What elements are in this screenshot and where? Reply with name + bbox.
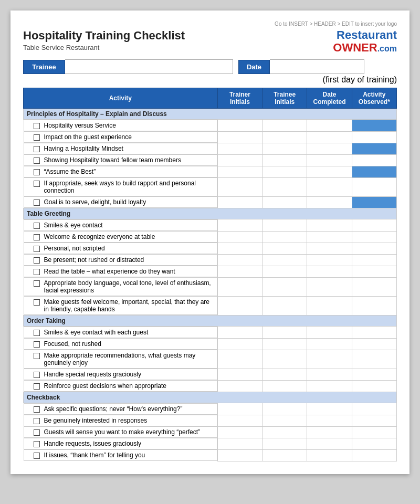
activity-observed-cell <box>352 131 396 143</box>
trainer-initials-cell <box>217 266 262 277</box>
section-row: Order Taking <box>24 316 397 327</box>
trainee-initials-cell <box>262 154 307 166</box>
checkbox[interactable] <box>34 200 40 206</box>
trainer-initials-cell <box>217 296 262 316</box>
activity-cell: If appropriate, seek ways to build rappo… <box>24 177 217 196</box>
activity-text: Be present; not rushed or distracted <box>44 256 144 264</box>
table-row: Make guests feel welcome, important, spe… <box>24 296 397 316</box>
trainer-initials-cell <box>217 438 262 449</box>
table-row: Smiles & eye contact with each guest <box>24 327 397 339</box>
table-row: Impact on the guest experience <box>24 131 397 143</box>
activity-text: Handle special requests graciously <box>44 371 141 378</box>
trainee-initials-cell <box>262 131 307 143</box>
trainee-initials-cell <box>262 403 307 415</box>
table-row: Personal, not scripted <box>24 243 397 254</box>
checkbox[interactable] <box>34 383 40 390</box>
date-completed-cell <box>307 338 352 350</box>
activity-observed-cell <box>352 403 396 415</box>
trainee-initials-cell <box>262 143 307 154</box>
trainee-initials-cell <box>262 380 307 392</box>
activity-observed-cell <box>352 196 396 208</box>
activity-text: Smiles & eye contact with each guest <box>44 329 149 336</box>
activity-observed-cell <box>352 380 396 392</box>
logo-com-text: .com <box>377 44 397 53</box>
checkbox[interactable] <box>34 158 40 164</box>
trainer-initials-cell <box>217 415 262 426</box>
checkbox[interactable] <box>34 269 40 275</box>
checkbox[interactable] <box>34 330 40 336</box>
checkbox[interactable] <box>34 223 40 229</box>
activity-observed-cell <box>352 369 396 380</box>
date-completed-cell <box>307 231 352 243</box>
table-row: Focused, not rushed <box>24 338 397 350</box>
trainer-initials-cell <box>217 219 262 232</box>
trainer-initials-cell <box>217 449 262 461</box>
activity-cell: Make guests feel welcome, important, spe… <box>24 296 217 315</box>
trainee-initials-cell <box>262 327 307 339</box>
checkbox[interactable] <box>34 134 40 141</box>
table-row: Be present; not rushed or distracted <box>24 254 397 266</box>
trainee-initials-cell <box>262 231 307 243</box>
date-completed-cell <box>307 350 352 369</box>
table-row: Welcome & recognize everyone at table <box>24 231 397 243</box>
date-completed-cell <box>307 369 352 380</box>
checkbox[interactable] <box>34 341 40 348</box>
checkbox[interactable] <box>34 280 40 287</box>
date-completed-cell <box>307 131 352 143</box>
activity-cell: Appropriate body language, vocal tone, l… <box>24 277 217 296</box>
date-label: Date <box>238 60 270 74</box>
activity-cell: Having a Hospitality Mindset <box>24 143 217 154</box>
checkbox[interactable] <box>34 299 40 306</box>
table-row: Guests will sense you want to make every… <box>24 426 397 438</box>
activity-observed-cell <box>352 219 396 232</box>
date-completed-cell <box>307 120 352 132</box>
activity-observed-cell <box>352 231 396 243</box>
trainee-initials-cell <box>262 219 307 232</box>
checkbox[interactable] <box>34 418 40 424</box>
checkbox[interactable] <box>34 169 40 175</box>
table-row: Showing Hospitality toward fellow team m… <box>24 154 397 166</box>
logo-block: Restaurant OWNER.com <box>333 29 397 54</box>
date-completed-cell <box>307 196 352 208</box>
checkbox[interactable] <box>34 406 40 413</box>
checkbox[interactable] <box>34 441 40 447</box>
activity-observed-cell <box>352 177 396 196</box>
checkbox[interactable] <box>34 429 40 436</box>
activity-cell: Reinforce guest decisions when appropria… <box>24 380 217 392</box>
checkbox[interactable] <box>34 146 40 152</box>
activity-text: Impact on the guest experience <box>44 133 132 141</box>
activity-text: Having a Hospitality Mindset <box>44 145 123 152</box>
checkbox[interactable] <box>34 123 40 129</box>
header-trainee-initials: Trainee Initials <box>262 88 307 109</box>
activity-text: Make guests feel welcome, important, spe… <box>44 298 214 313</box>
trainee-initials-cell <box>262 177 307 196</box>
checkbox[interactable] <box>34 353 40 359</box>
date-completed-cell <box>307 243 352 254</box>
trainer-initials-cell <box>217 369 262 380</box>
activity-text: Hospitality versus Service <box>44 122 116 129</box>
trainee-input[interactable] <box>65 59 233 74</box>
checkbox[interactable] <box>34 181 40 187</box>
trainee-initials-cell <box>262 243 307 254</box>
checkbox[interactable] <box>34 234 40 240</box>
checkbox[interactable] <box>34 372 40 378</box>
activity-text: Showing Hospitality toward fellow team m… <box>44 156 181 164</box>
date-input[interactable] <box>270 59 364 74</box>
trainee-initials-cell <box>262 120 307 132</box>
activity-observed-cell <box>352 415 396 426</box>
activity-observed-cell <box>352 350 396 369</box>
trainee-initials-cell <box>262 338 307 350</box>
trainer-initials-cell <box>217 166 262 177</box>
trainer-initials-cell <box>217 380 262 392</box>
activity-cell: Be present; not rushed or distracted <box>24 254 217 266</box>
trainer-initials-cell <box>217 338 262 350</box>
date-completed-cell <box>307 166 352 177</box>
checkbox[interactable] <box>34 453 40 459</box>
checkbox[interactable] <box>34 246 40 252</box>
activity-cell: Make appropriate recommendations, what g… <box>24 350 217 369</box>
activity-cell: Handle special requests graciously <box>24 369 217 380</box>
checkbox[interactable] <box>34 257 40 264</box>
logo-restaurant: Restaurant <box>333 29 397 41</box>
date-completed-cell <box>307 327 352 339</box>
trainee-initials-cell <box>262 449 307 461</box>
